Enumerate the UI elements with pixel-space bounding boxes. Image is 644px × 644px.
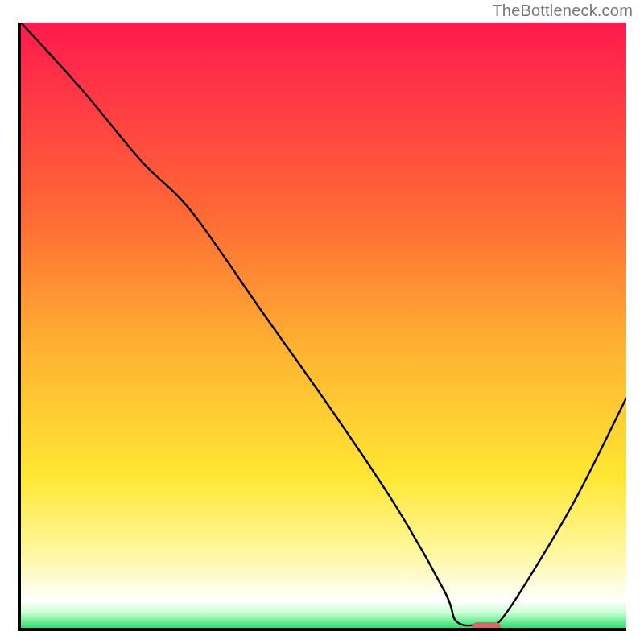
watermark-text: TheBottleneck.com [492,2,633,20]
curve-layer [21,23,626,628]
plot-inner [21,23,626,628]
bottleneck-curve [21,23,626,627]
plot-area [18,23,626,631]
optimal-marker-pill [472,622,501,628]
